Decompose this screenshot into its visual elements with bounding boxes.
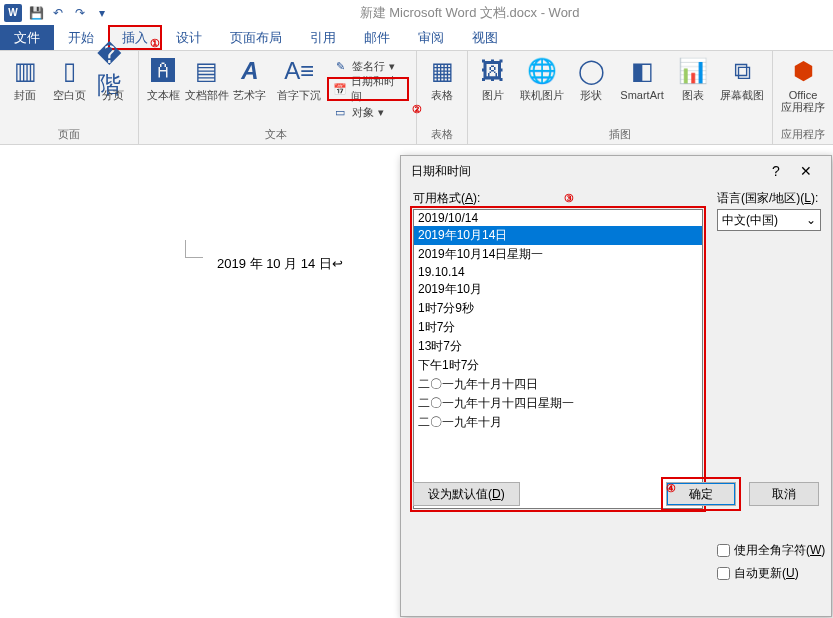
cover-page-label: 封面 — [14, 89, 36, 101]
chart-label: 图表 — [682, 89, 704, 101]
group-tables: ▦表格 表格 — [417, 51, 468, 144]
dialog-titlebar: 日期和时间 ? ✕ — [401, 156, 831, 186]
page-break-button[interactable]: �階分页 — [92, 53, 134, 103]
screenshot-label: 屏幕截图 — [720, 89, 764, 101]
dropdown-caret-icon: ▾ — [389, 60, 395, 73]
smartart-label: SmartArt — [620, 89, 663, 101]
format-item[interactable]: 13时7分 — [414, 337, 702, 356]
word-app-icon: W — [4, 4, 22, 22]
format-item[interactable]: 2019年10月14日 — [414, 226, 702, 245]
inserted-date-text: 2019 年 10 月 14 日↩ — [217, 255, 343, 273]
smartart-button[interactable]: ◧SmartArt — [614, 53, 670, 103]
picture-button[interactable]: 🖼图片 — [472, 53, 514, 103]
format-item[interactable]: 1时7分 — [414, 318, 702, 337]
fullwidth-checkbox[interactable]: 使用全角字符(W) — [717, 542, 825, 559]
format-item[interactable]: 二〇一九年十月十四日星期一 — [414, 394, 702, 413]
parts-icon: ▤ — [191, 55, 223, 87]
wordart-button[interactable]: A艺术字 — [230, 53, 271, 103]
office-apps-label: Office 应用程序 — [781, 89, 825, 113]
signature-icon: ✎ — [332, 58, 348, 74]
page-corner-mark — [185, 240, 203, 258]
table-button[interactable]: ▦表格 — [421, 53, 463, 103]
autoupdate-checkbox-input[interactable] — [717, 567, 730, 580]
cancel-button[interactable]: 取消 — [749, 482, 819, 506]
tab-design[interactable]: 设计 — [162, 25, 216, 50]
ok-button-highlight: ④ 确定 — [663, 479, 739, 509]
format-item[interactable]: 19.10.14 — [414, 264, 702, 280]
shapes-button[interactable]: ◯形状 — [570, 53, 612, 103]
online-pic-label: 联机图片 — [520, 89, 564, 101]
tab-view[interactable]: 视图 — [458, 25, 512, 50]
dialog-buttons: 设为默认值(D) ④ 确定 取消 — [413, 479, 819, 509]
object-button[interactable]: ▭对象▾ — [328, 101, 408, 123]
textbox-icon: 🅰 — [147, 55, 179, 87]
datetime-button[interactable]: 📅 日期和时间 — [328, 78, 408, 100]
redo-icon[interactable]: ↷ — [72, 5, 88, 21]
autoupdate-label: 自动更新(U) — [734, 565, 799, 582]
qat-dropdown-icon[interactable]: ▾ — [94, 5, 110, 21]
dialog-body: 可用格式(A): ③ 2019/10/142019年10月14日2019年10月… — [401, 186, 831, 519]
format-item[interactable]: 2019/10/14 — [414, 210, 702, 226]
screenshot-icon: ⧉ — [726, 55, 758, 87]
language-area: 语言(国家/地区)(L): 中文(中国) ⌄ — [717, 190, 821, 231]
checkbox-area: 使用全角字符(W) 自动更新(U) — [717, 542, 825, 582]
language-select[interactable]: 中文(中国) ⌄ — [717, 209, 821, 231]
fullwidth-label: 使用全角字符(W) — [734, 542, 825, 559]
page-break-icon: �階 — [97, 55, 129, 87]
dialog-title: 日期和时间 — [411, 163, 471, 180]
save-icon[interactable]: 💾 — [28, 5, 44, 21]
screenshot-button[interactable]: ⧉屏幕截图 — [716, 53, 768, 103]
format-item[interactable]: 二〇一九年十月 — [414, 413, 702, 432]
set-default-button[interactable]: 设为默认值(D) — [413, 482, 520, 506]
quick-access-toolbar: 💾 ↶ ↷ ▾ — [28, 5, 110, 21]
office-apps-button[interactable]: ⬢Office 应用程序 — [777, 53, 829, 115]
table-label: 表格 — [431, 89, 453, 101]
tab-references[interactable]: 引用 — [296, 25, 350, 50]
dropdown-caret-icon: ⌄ — [806, 213, 816, 227]
chart-button[interactable]: 📊图表 — [672, 53, 714, 103]
marker-3: ③ — [564, 192, 574, 204]
chart-icon: 📊 — [677, 55, 709, 87]
format-item[interactable]: 1时7分9秒 — [414, 299, 702, 318]
group-illustrations: 🖼图片 🌐联机图片 ◯形状 ◧SmartArt 📊图表 ⧉屏幕截图 插图 — [468, 51, 773, 144]
tab-file[interactable]: 文件 — [0, 25, 54, 50]
formats-listbox[interactable]: 2019/10/142019年10月14日2019年10月14日星期一19.10… — [413, 209, 703, 509]
page-break-label: 分页 — [102, 89, 124, 101]
wordart-label: 艺术字 — [233, 89, 266, 101]
tab-layout[interactable]: 页面布局 — [216, 25, 296, 50]
blank-page-button[interactable]: ▯空白页 — [48, 53, 90, 103]
window-title: 新建 Microsoft Word 文档.docx - Word — [110, 4, 829, 22]
format-item[interactable]: 二〇一九年十月十四日 — [414, 375, 702, 394]
table-icon: ▦ — [426, 55, 458, 87]
group-text: 🅰文本框 ▤文档部件 A艺术字 A≡首字下沉 ✎签名行▾ 📅 日期和时间 ▭对象… — [139, 51, 417, 144]
shapes-label: 形状 — [580, 89, 602, 101]
cover-page-button[interactable]: ▥封面 — [4, 53, 46, 103]
group-apps-label: 应用程序 — [777, 125, 829, 144]
dropcap-button[interactable]: A≡首字下沉 — [272, 53, 326, 103]
help-icon[interactable]: ? — [761, 163, 791, 179]
textbox-label: 文本框 — [147, 89, 180, 101]
parts-button[interactable]: ▤文档部件 — [186, 53, 228, 103]
group-text-label: 文本 — [143, 125, 408, 144]
marker-4: ④ — [666, 482, 676, 495]
wordart-icon: A — [234, 55, 266, 87]
ok-button[interactable]: 确定 — [666, 482, 736, 506]
tab-mailings[interactable]: 邮件 — [350, 25, 404, 50]
object-label: 对象 — [352, 105, 374, 120]
undo-icon[interactable]: ↶ — [50, 5, 66, 21]
shapes-icon: ◯ — [575, 55, 607, 87]
online-pic-button[interactable]: 🌐联机图片 — [516, 53, 568, 103]
textbox-button[interactable]: 🅰文本框 — [143, 53, 184, 103]
blank-page-label: 空白页 — [53, 89, 86, 101]
format-item[interactable]: 2019年10月 — [414, 280, 702, 299]
smartart-icon: ◧ — [626, 55, 658, 87]
close-icon[interactable]: ✕ — [791, 163, 821, 179]
autoupdate-checkbox[interactable]: 自动更新(U) — [717, 565, 825, 582]
online-pic-icon: 🌐 — [526, 55, 558, 87]
fullwidth-checkbox-input[interactable] — [717, 544, 730, 557]
blank-page-icon: ▯ — [53, 55, 85, 87]
tab-review[interactable]: 审阅 — [404, 25, 458, 50]
format-item[interactable]: 下午1时7分 — [414, 356, 702, 375]
marker-1: ① — [150, 37, 160, 50]
format-item[interactable]: 2019年10月14日星期一 — [414, 245, 702, 264]
